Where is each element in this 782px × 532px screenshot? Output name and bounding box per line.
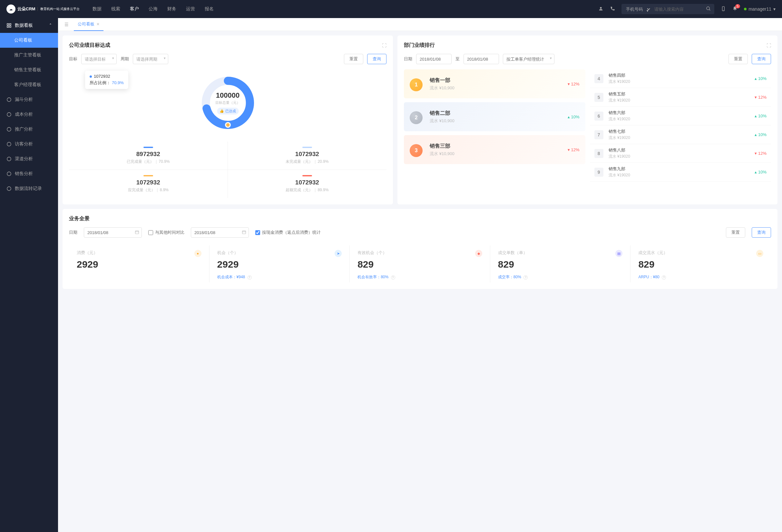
sidebar-item-数据流转记录[interactable]: 数据流转记录 [0,181,58,196]
rank-card-1[interactable]: 1销售一部流水 ¥10,900▾ 12% [404,69,585,98]
rank-name: 销售八部 [609,147,750,153]
medal-icon: 3 [410,142,424,158]
mobile-icon[interactable] [721,6,726,12]
phone-icon[interactable] [610,6,615,12]
search-type-select[interactable]: 手机号码 [621,6,651,12]
main-nav: 数据线索客户公海财务运营报名 [93,6,598,12]
kpi-value: 2929 [77,259,202,270]
main-area: ☰ 公司看板 ✕ 公司业绩目标达成 ⛶ 目标 请选择目标 周期 请选择周期 [58,18,782,532]
query-button[interactable]: 查询 [367,54,387,64]
compare-date-input[interactable] [191,227,249,238]
nav-item-数据[interactable]: 数据 [93,6,102,12]
sidebar-item-推广主管看板[interactable]: 推广主管看板 [0,48,58,63]
sidebar-group-dashboard[interactable]: 数据看板 ˄ [0,18,58,33]
filter-label-date: 日期 [404,56,412,62]
cash-mode-checkbox-group[interactable]: 按现金消费（返点后消费）统计 [255,229,321,235]
help-icon[interactable]: ? [391,275,395,280]
compare-checkbox-group[interactable]: 与其他时间对比 [148,229,184,235]
expand-icon[interactable]: ⛶ [382,43,387,48]
nav-item-运营[interactable]: 运营 [186,6,195,12]
reset-button[interactable]: 重置 [726,227,745,238]
rank-amount: 流水 ¥10,900 [430,118,562,124]
tab-company-dashboard[interactable]: 公司看板 ✕ [74,18,104,31]
header-right: 手机号码 5 manager11 ▾ [598,4,776,14]
cash-mode-checkbox[interactable] [255,230,260,235]
trend-up-icon: ▴ 10% [755,170,767,174]
period-select[interactable]: 请选择周期 [133,54,168,64]
svg-point-13 [7,157,11,161]
rank-row[interactable]: 5销售五部流水 ¥19020▾ 12% [590,88,771,107]
trend-down-icon: ▾ 12% [568,147,579,152]
rank-name: 销售三部 [430,143,562,150]
reset-button[interactable]: 重置 [344,54,363,64]
nav-item-财务[interactable]: 财务 [167,6,176,12]
sidebar-item-漏斗分析[interactable]: 漏斗分析 [0,92,58,107]
kpi-label: 消费（元） [77,250,202,256]
help-icon[interactable]: ? [248,275,252,280]
person-icon[interactable] [598,6,603,12]
metric-bar-icon [143,175,153,176]
kpi-sub: 成交率：80% ? [498,274,623,280]
metric-value: 1072932 [231,150,384,158]
rank-row[interactable]: 6销售六部流水 ¥19020▴ 10% [590,107,771,126]
close-icon[interactable]: ✕ [96,22,100,27]
menu-toggle-icon[interactable]: ☰ [62,22,71,27]
sidebar-item-推广分析[interactable]: 推广分析 [0,122,58,137]
sidebar-item-公司看板[interactable]: 公司看板 [0,33,58,48]
sidebar-item-销售分析[interactable]: 销售分析 [0,166,58,181]
svg-rect-8 [9,26,11,27]
rank-card-2[interactable]: 2销售二部流水 ¥10,900▴ 10% [404,102,585,131]
sidebar-item-访客分析[interactable]: 访客分析 [0,137,58,151]
overview-date-input[interactable] [84,227,142,238]
reset-button[interactable]: 重置 [728,54,748,64]
tabs-bar: ☰ 公司看板 ✕ [58,18,782,31]
rank-row[interactable]: 4销售四部流水 ¥19020▴ 10% [590,69,771,88]
help-icon[interactable]: ? [524,275,528,280]
rank-card-3[interactable]: 3销售三部流水 ¥10,900▾ 12% [404,135,585,164]
svg-rect-19 [135,231,139,234]
rank-row[interactable]: 9销售九部流水 ¥19020▴ 10% [590,163,771,181]
query-button[interactable]: 查询 [752,227,771,238]
rank-amount: 流水 ¥10,900 [430,85,562,91]
sidebar-item-渠道分析[interactable]: 渠道分析 [0,151,58,166]
date-from-input[interactable] [416,54,452,64]
send-icon: ➤ [334,250,342,257]
search-button[interactable] [703,6,714,12]
chevron-up-icon: ˄ [49,23,51,28]
cost-icon [6,112,11,117]
panel-title: 部门业绩排行 [404,42,435,49]
notification-icon[interactable]: 5 [732,6,738,12]
query-button[interactable]: 查询 [752,54,771,64]
rank-amount: 流水 ¥19020 [609,79,750,84]
nav-item-线索[interactable]: 线索 [111,6,120,12]
user-menu[interactable]: manager11 ▾ [744,6,776,11]
date-to-input[interactable] [464,54,499,64]
nav-item-公海[interactable]: 公海 [149,6,157,12]
metric-bar-icon [143,147,153,148]
group-by-select[interactable]: 按工单客户经理统计 [503,54,555,64]
kpi-value: 829 [498,259,623,270]
expand-icon[interactable]: ⛶ [767,43,771,48]
sidebar-item-label: 数据流转记录 [15,186,42,191]
nav-item-客户[interactable]: 客户 [130,6,139,12]
rank-row[interactable]: 8销售八部流水 ¥19020▾ 12% [590,144,771,163]
sidebar-item-销售主管看板[interactable]: 销售主管看板 [0,63,58,77]
rank-name: 销售二部 [430,110,562,117]
trend-up-icon: ▴ 10% [568,114,579,119]
search-input[interactable] [651,7,703,11]
funnel-icon [6,97,11,102]
kpi-label: 有效机会（个） [357,250,482,256]
nav-item-报名[interactable]: 报名 [205,6,214,12]
sidebar-item-label: 渠道分析 [15,156,33,162]
svg-point-14 [7,172,11,176]
compare-checkbox[interactable] [148,230,153,235]
sidebar-item-成本分析[interactable]: 成本分析 [0,107,58,122]
target-select[interactable]: 请选择目标 [81,54,117,64]
kpi-value: 829 [638,259,763,270]
help-icon[interactable]: ? [662,275,666,280]
logo-subtitle: 教育机构一站 式服务云平台 [37,7,80,11]
rank-row[interactable]: 7销售七部流水 ¥19020▴ 10% [590,126,771,144]
kpi-sub: 机会成本：¥948 ? [217,274,342,280]
kpi-label: 机会（个） [217,250,342,256]
sidebar-item-客户经理看板[interactable]: 客户经理看板 [0,77,58,92]
